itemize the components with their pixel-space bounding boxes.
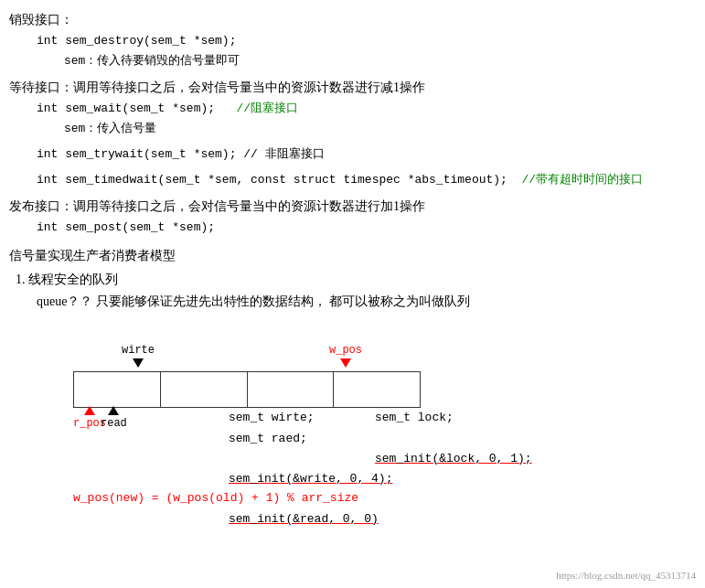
timedwait-func: int sem_timedwait(sem_t *sem, const stru…: [9, 170, 687, 190]
queue-section: 1. 线程安全的队列 queue？？ 只要能够保证先进先出特性的数据结构， 都可…: [9, 269, 687, 313]
queue-cell-1: [74, 372, 161, 407]
destroy-title: 销毁接口：: [9, 9, 687, 31]
trywait-section: int sem_trywait(sem_t *sem); // 非阻塞接口: [9, 144, 687, 165]
queue-box: [73, 371, 421, 408]
queue-cell-2: [161, 372, 248, 407]
post-section: 发布接口：调用等待接口之后，会对信号量当中的资源计数器进行加1操作 int se…: [9, 196, 687, 238]
model-title: 信号量实现生产者消费者模型: [9, 245, 687, 267]
sem-init-read: sem_init(&read, 0, 0): [229, 509, 392, 529]
sem-init-lock: sem_init(&lock, 0, 1);: [375, 449, 532, 469]
queue-title: 1. 线程安全的队列: [9, 269, 687, 291]
destroy-section: 销毁接口： int sem_destroy(sem_t *sem); sem：传…: [9, 9, 687, 71]
timedwait-section: int sem_timedwait(sem_t *sem, const stru…: [9, 170, 687, 190]
read-arrow: read: [101, 406, 127, 430]
wpos-formula-text: w_pos(new) = (w_pos(old) + 1) % arr_size: [73, 491, 358, 505]
diagram-area: wirte w_pos r_pos read sem_t wirte; sem_…: [27, 321, 687, 513]
wpos-arrow-down: [340, 358, 351, 368]
sem-lock-decl: sem_t lock;: [375, 408, 532, 428]
code-right-2: sem_t lock; sem_init(&lock, 0, 1);: [375, 408, 532, 468]
queue-cell-3: [248, 372, 335, 407]
sem-init-write: sem_init(&write, 0, 4);: [229, 469, 392, 489]
trywait-func: int sem_trywait(sem_t *sem); // 非阻塞接口: [9, 144, 687, 165]
destroy-func: int sem_destroy(sem_t *sem);: [9, 31, 687, 51]
wirte-arrow-down: [133, 358, 144, 368]
wpos-new-formula: w_pos(new) = (w_pos(old) + 1) % arr_size: [73, 490, 358, 505]
queue-desc: queue？？ 只要能够保证先进先出特性的数据结构， 都可以被称之为叫做队列: [9, 291, 687, 313]
wait-func-line: int sem_wait(sem_t *sem); //阻塞接口: [9, 99, 687, 119]
wpos-label: w_pos: [329, 344, 362, 357]
wait-comment: //阻塞接口: [236, 102, 298, 115]
destroy-param: sem：传入待要销毁的信号量即可: [9, 51, 687, 71]
wait-param: sem：传入信号量: [9, 119, 687, 139]
timedwait-comment: //带有超时时间的接口: [522, 173, 644, 187]
read-arrow-up: [108, 406, 119, 415]
post-title: 发布接口：调用等待接口之后，会对信号量当中的资源计数器进行加1操作: [9, 196, 687, 218]
wirte-arrow: wirte: [122, 344, 155, 368]
read-label: read: [101, 417, 127, 430]
rpos-arrow-up: [84, 406, 95, 415]
wpos-arrow: w_pos: [329, 344, 362, 368]
post-func: int sem_post(sem_t *sem);: [9, 218, 687, 238]
sem-wirte-decl: sem_t wirte;: [229, 408, 392, 428]
code-right-1: sem_t wirte; sem_t raed; sem_init(&write…: [229, 408, 392, 529]
wait-title: 等待接口：调用等待接口之后，会对信号量当中的资源计数器进行减1操作: [9, 77, 687, 99]
sem-raed-decl: sem_t raed;: [229, 429, 392, 449]
queue-cell-4: [334, 372, 420, 407]
wait-section: 等待接口：调用等待接口之后，会对信号量当中的资源计数器进行减1操作 int se…: [9, 77, 687, 139]
wirte-label: wirte: [122, 344, 155, 357]
url-watermark: https://blog.csdn.net/qq_45313714: [556, 570, 696, 581]
